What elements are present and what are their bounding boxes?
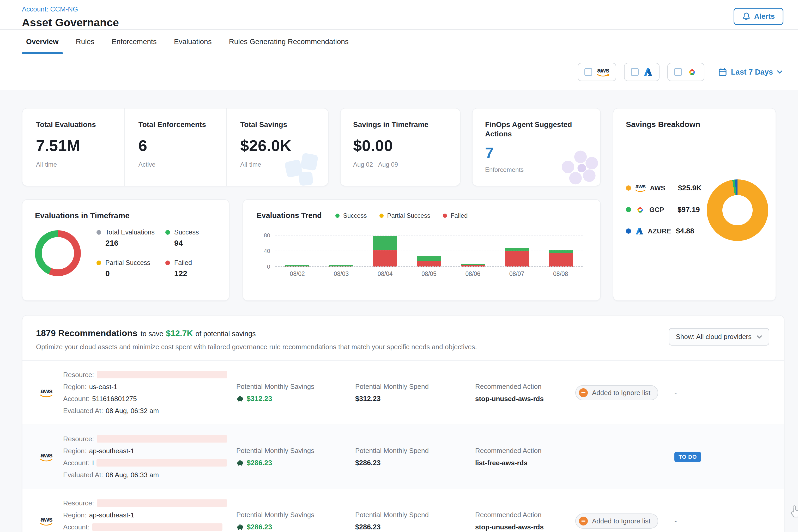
redacted-value xyxy=(97,371,227,378)
region-value: ap-southeast-1 xyxy=(89,509,134,521)
piggy-bank-icon xyxy=(236,524,244,531)
recommended-action: Recommended Action list-free-aws-rds xyxy=(475,447,575,467)
azure-checkbox[interactable] xyxy=(631,68,639,76)
recommendation-row[interactable]: aws Resource: Region:us-east-1 Account:5… xyxy=(22,360,784,424)
evaluations-trend-card: Evaluations Trend Success Partial Succes… xyxy=(243,199,601,301)
provider-name: GCP xyxy=(649,206,673,214)
savings-donut-chart xyxy=(707,179,768,241)
alerts-button-label: Alerts xyxy=(754,12,775,21)
card-title: Savings Breakdown xyxy=(626,120,763,129)
todo-badge: TO DO xyxy=(674,452,701,462)
asset-governance-page: { "header": { "account_link": "Account: … xyxy=(0,0,798,532)
savings-in-timeframe-card: Savings in Timeframe $0.00 Aug 02 - Aug … xyxy=(340,108,460,186)
page-title: Asset Governance xyxy=(22,16,783,29)
legend-dot xyxy=(626,228,631,234)
redacted-value xyxy=(92,524,223,531)
aws-checkbox[interactable] xyxy=(584,68,592,76)
stat-subtitle: All-time xyxy=(240,161,328,168)
calendar-icon xyxy=(719,68,727,76)
provider-savings: $25.9K xyxy=(678,184,702,192)
tab-overview[interactable]: Overview xyxy=(26,30,59,54)
legend-dot xyxy=(626,207,631,212)
legend-total-evaluations: Total Evaluations 216 xyxy=(96,228,165,247)
gcp-checkbox[interactable] xyxy=(674,68,682,76)
recommendations-card: 1879 Recommendationsto save$12.7Kof pote… xyxy=(22,315,784,532)
minus-circle-icon xyxy=(579,388,588,397)
spend-value: $312.23 xyxy=(355,395,475,403)
date-range-selector[interactable]: Last 7 Days xyxy=(719,68,782,76)
trend-bar-column: 08/07 xyxy=(495,233,538,267)
evaluations-in-timeframe-card: Evaluations in Timeframe Total Evaluatio… xyxy=(22,199,229,301)
resource-details: Resource: Region:ap-southeast-1 Account:… xyxy=(63,497,236,532)
stat-subtitle: Active xyxy=(138,161,226,168)
potential-monthly-savings: Potential Monthly Savings $286.23 xyxy=(236,447,355,467)
azure-logo xyxy=(635,227,644,235)
evaluations-donut-chart xyxy=(35,230,81,276)
chevron-down-icon xyxy=(777,70,782,74)
redacted-value xyxy=(97,499,227,507)
tab-enforcements[interactable]: Enforcements xyxy=(112,30,157,54)
provider-filter-aws[interactable]: aws xyxy=(578,63,616,81)
piggy-bank-icon xyxy=(236,460,244,467)
savings-breakdown-legend: aws AWS $25.9K GCP $97.19 AZURE xyxy=(626,184,702,235)
gcp-logo xyxy=(687,68,698,76)
account-value: 511616801275 xyxy=(92,393,137,405)
aws-logo: aws xyxy=(40,516,53,526)
legend-dot xyxy=(165,261,170,265)
bell-icon xyxy=(742,12,750,21)
date-range-label: Last 7 Days xyxy=(731,68,773,76)
stat-value: $26.0K xyxy=(240,137,328,155)
added-to-ignore-badge[interactable]: Added to Ignore list xyxy=(575,385,658,400)
provider-filter-gcp[interactable] xyxy=(667,63,704,81)
tab-rules-generating-recommendations[interactable]: Rules Generating Recommendations xyxy=(229,30,349,54)
azure-logo xyxy=(643,68,653,76)
cursor-artifact xyxy=(791,505,798,517)
stat-value: 6 xyxy=(138,137,226,155)
cloud-provider-filter-dropdown[interactable]: Show: All cloud providers xyxy=(669,328,769,345)
action-value: list-free-aws-rds xyxy=(475,459,575,467)
tab-evaluations[interactable]: Evaluations xyxy=(174,30,212,54)
potential-monthly-spend: Potential Monthly Spend $286.23 xyxy=(355,511,475,531)
tab-bar: Overview Rules Enforcements Evaluations … xyxy=(0,30,798,54)
legend-partial-success: Partial Success 0 xyxy=(96,259,165,278)
stats-card: Total Evaluations 7.51M All-time Total E… xyxy=(22,108,328,186)
legend-dot xyxy=(379,214,384,218)
recommendations-count: 1879 Recommendations xyxy=(36,328,137,338)
chevron-down-icon xyxy=(757,335,762,339)
stat-title: FinOps Agent Suggested Actions xyxy=(485,120,579,139)
filter-bar: aws Last 7 Days xyxy=(0,54,798,90)
potential-monthly-spend: Potential Monthly Spend $312.23 xyxy=(355,383,475,403)
potential-monthly-spend: Potential Monthly Spend $286.23 xyxy=(355,447,475,467)
spend-value: $286.23 xyxy=(355,459,475,467)
trend-bar-column: 08/04 xyxy=(363,233,407,267)
minus-circle-icon xyxy=(579,517,588,526)
potential-savings-amount: $12.7K xyxy=(166,328,193,338)
stat-subtitle: Aug 02 - Aug 09 xyxy=(353,161,460,168)
provider-name: AWS xyxy=(650,184,674,192)
evaluated-at-value: 08 Aug, 06:32 am xyxy=(106,405,159,417)
evaluated-at-value: 08 Aug, 06:33 am xyxy=(106,469,159,481)
trailing-value: - xyxy=(667,517,772,525)
account-value: I xyxy=(92,457,94,469)
recommended-action: Recommended Action stop-unused-aws-rds xyxy=(475,511,575,531)
added-to-ignore-badge[interactable]: Added to Ignore list xyxy=(575,513,658,529)
legend-failed: Failed 122 xyxy=(165,259,217,278)
tab-rules[interactable]: Rules xyxy=(76,30,95,54)
account-link[interactable]: Account: CCM-NG xyxy=(22,5,783,13)
recommendation-row[interactable]: aws Resource: Region:ap-southeast-1 Acco… xyxy=(22,489,784,532)
recommendation-row[interactable]: aws Resource: Region:ap-southeast-1 Acco… xyxy=(22,424,784,489)
aws-logo: aws xyxy=(40,452,53,462)
savings-breakdown-card: Savings Breakdown aws AWS $25.9K GCP $97… xyxy=(613,108,776,301)
aws-logo: aws xyxy=(635,184,646,192)
recommendations-subtitle: Optimize your cloud assets and minimize … xyxy=(36,343,477,351)
alerts-button[interactable]: Alerts xyxy=(734,8,783,25)
action-value: stop-unused-aws-rds xyxy=(475,395,575,403)
stat-subtitle: Enforcements xyxy=(485,166,588,173)
legend-dot xyxy=(626,185,631,191)
stat-total-enforcements: Total Enforcements 6 Active xyxy=(125,109,226,186)
savings-value: $286.23 xyxy=(247,523,272,531)
trend-legend: Success Partial Success Failed xyxy=(335,212,468,219)
provider-filter-azure[interactable] xyxy=(624,63,660,81)
stat-value: $0.00 xyxy=(353,137,460,155)
trend-plot: 08/0208/0308/0408/0508/0608/0708/08 xyxy=(276,233,583,267)
